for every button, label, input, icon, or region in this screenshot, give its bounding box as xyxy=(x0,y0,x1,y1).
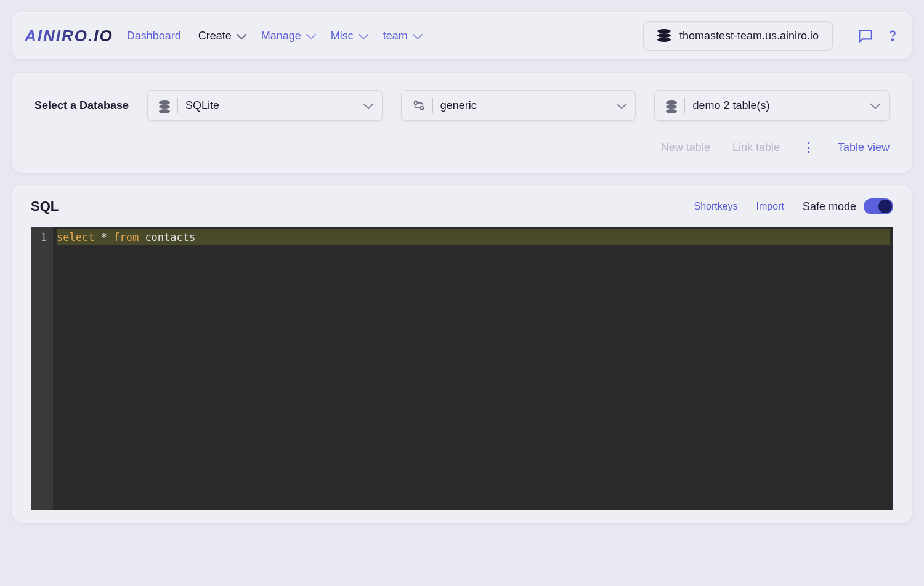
code-line: select * from contacts xyxy=(57,229,890,245)
nav-manage[interactable]: Manage xyxy=(261,30,314,43)
app-header: AINIRO.IO Dashboard Create Manage Misc t… xyxy=(12,12,912,59)
database-select-row: Select a Database SQLite generic demo 2 … xyxy=(34,90,890,121)
chevron-down-icon xyxy=(412,29,423,39)
code-area[interactable]: select * from contacts xyxy=(53,227,893,510)
select-value: SQLite xyxy=(185,99,356,112)
separator xyxy=(684,98,685,113)
separator xyxy=(177,98,178,113)
select-value: demo 2 table(s) xyxy=(692,99,863,112)
sql-header: SQL Shortkeys Import Safe mode xyxy=(31,198,893,214)
safe-mode-toggle[interactable] xyxy=(864,198,893,214)
database-label: Select a Database xyxy=(34,99,129,112)
import-button[interactable]: Import xyxy=(756,201,784,212)
separator xyxy=(432,98,433,113)
svg-point-1 xyxy=(414,101,417,104)
nav-label: Dashboard xyxy=(127,30,181,43)
nav-team[interactable]: team xyxy=(383,30,420,43)
flow-icon xyxy=(413,99,425,112)
server-indicator[interactable]: thomastest-team.us.ainiro.io xyxy=(643,21,833,51)
sql-panel: SQL Shortkeys Import Safe mode 1 select … xyxy=(12,186,912,523)
nav-misc[interactable]: Misc xyxy=(331,30,366,43)
chevron-down-icon xyxy=(358,29,368,39)
nav-label: Manage xyxy=(261,30,301,43)
select-value: generic xyxy=(440,99,610,112)
nav-label: Misc xyxy=(331,30,354,43)
svg-point-0 xyxy=(892,39,893,40)
main-nav: Dashboard Create Manage Misc team xyxy=(127,30,630,43)
chevron-down-icon xyxy=(306,29,316,39)
select-connection[interactable]: generic xyxy=(401,90,636,121)
safe-mode-toggle-wrap: Safe mode xyxy=(803,198,893,214)
chevron-down-icon xyxy=(870,99,881,109)
sql-links: Shortkeys Import Safe mode xyxy=(694,198,893,214)
more-menu-icon[interactable]: ⋮ xyxy=(802,139,816,155)
database-panel: Select a Database SQLite generic demo 2 … xyxy=(12,73,912,173)
operator: * xyxy=(101,231,107,243)
safe-mode-label: Safe mode xyxy=(803,200,856,213)
chevron-down-icon xyxy=(236,29,246,39)
table-actions: New table Link table ⋮ Table view xyxy=(34,139,890,155)
chat-icon[interactable] xyxy=(857,28,873,44)
chevron-down-icon xyxy=(363,99,373,109)
identifier: contacts xyxy=(145,231,195,243)
server-host: thomastest-team.us.ainiro.io xyxy=(679,30,819,43)
nav-label: Create xyxy=(198,30,232,43)
new-table-button[interactable]: New table xyxy=(661,141,710,154)
chevron-down-icon xyxy=(617,99,627,109)
line-number: 1 xyxy=(37,229,47,245)
select-engine[interactable]: SQLite xyxy=(147,90,383,121)
table-view-button[interactable]: Table view xyxy=(838,141,890,154)
svg-point-2 xyxy=(420,107,423,110)
nav-label: team xyxy=(383,30,408,43)
help-icon[interactable] xyxy=(886,27,899,44)
database-icon xyxy=(657,29,671,43)
nav-dashboard[interactable]: Dashboard xyxy=(127,30,181,43)
sql-editor[interactable]: 1 select * from contacts xyxy=(31,227,893,510)
line-gutter: 1 xyxy=(31,227,53,510)
database-icon xyxy=(159,100,170,110)
keyword: from xyxy=(113,231,139,243)
nav-create[interactable]: Create xyxy=(198,30,244,43)
logo: AINIRO.IO xyxy=(25,26,113,46)
database-icon xyxy=(666,100,677,110)
header-actions xyxy=(857,27,899,44)
sql-title: SQL xyxy=(31,198,694,214)
link-table-button[interactable]: Link table xyxy=(732,141,780,154)
select-database[interactable]: demo 2 table(s) xyxy=(654,90,890,121)
keyword: select xyxy=(57,231,94,243)
shortkeys-button[interactable]: Shortkeys xyxy=(694,201,737,212)
toggle-knob xyxy=(878,200,892,213)
